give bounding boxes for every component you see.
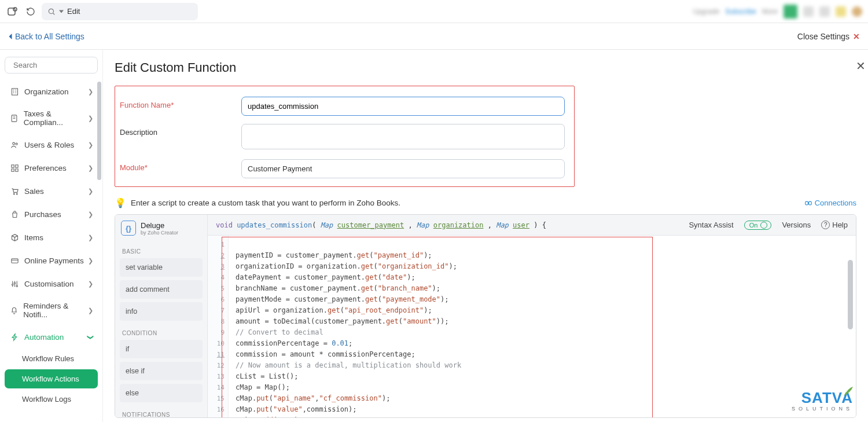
block-if[interactable]: if (120, 340, 203, 358)
connections-label: Connections (815, 199, 856, 207)
chevron-down-icon (59, 9, 64, 14)
chevron-right-icon: ❯ (88, 188, 93, 195)
search-icon (47, 8, 56, 16)
top-bar: Upgrade Subscribe More (0, 0, 868, 23)
code-editor: {} Deluge by Zoho Creator BASIC set vari… (115, 214, 856, 418)
sidebar-scrollbar-thumb[interactable] (97, 82, 101, 180)
help-label: Help (832, 221, 848, 229)
toggle-dot-icon (760, 222, 767, 229)
module-label: Module* (120, 159, 241, 172)
nav-label: Taxes & Complian... (24, 109, 88, 127)
deluge-header: {} Deluge by Zoho Creator (120, 221, 203, 236)
close-settings-link[interactable]: Close Settings ✕ (797, 32, 860, 41)
sidebar-item-preferences[interactable]: Preferences❯ (5, 157, 98, 179)
back-to-settings-link[interactable]: Back to All Settings (8, 32, 84, 41)
box-icon (9, 232, 20, 243)
chevron-right-icon: ❯ (88, 141, 93, 149)
nav-label: Reminders & Notifi... (23, 302, 88, 319)
sidebar-item-customisation[interactable]: Customisation❯ (5, 273, 98, 295)
topbar-icon[interactable] (852, 6, 862, 17)
nav-label: Online Payments (24, 256, 84, 265)
syntax-assist-toggle[interactable]: On (744, 221, 772, 230)
connections-link[interactable]: Connections (804, 199, 856, 207)
chevron-right-icon: ❯ (88, 280, 93, 288)
editor-controls: Syntax Assist On Versions ?Help (689, 221, 848, 230)
svg-point-16 (14, 282, 16, 284)
sliders-icon (9, 278, 20, 289)
topbar-text: More (762, 8, 778, 16)
code-gutter: 1234567891011121314151617 (208, 236, 229, 417)
editor-header: void updates_commission( Map customer_pa… (208, 215, 856, 236)
chevron-right-icon: ❯ (88, 164, 93, 172)
topbar-link[interactable]: Subscribe (725, 8, 756, 16)
sidebar-item-taxes[interactable]: Taxes & Complian...❯ (5, 104, 98, 133)
svg-point-2 (49, 9, 53, 13)
editor-palette: {} Deluge by Zoho Creator BASIC set vari… (115, 215, 208, 417)
sidebar-item-sales[interactable]: Sales❯ (5, 180, 98, 202)
function-signature: void updates_commission( Map customer_pa… (216, 221, 546, 229)
sidebar-sub-workflow-logs[interactable]: Workflow Logs (5, 390, 98, 409)
leaf-icon (843, 386, 854, 397)
sidebar-item-users[interactable]: Users & Roles❯ (5, 134, 98, 156)
topbar-icon[interactable] (819, 6, 830, 17)
grid-icon (9, 163, 20, 173)
nav-label: Preferences (24, 164, 67, 173)
block-add-comment[interactable]: add comment (120, 280, 203, 299)
sidebar-item-items[interactable]: Items❯ (5, 226, 98, 248)
sidebar-sub-workflow-rules[interactable]: Workflow Rules (5, 349, 98, 368)
sidebar-search[interactable] (5, 57, 98, 74)
function-name-input[interactable] (241, 97, 565, 116)
bulb-icon: 💡 (115, 197, 126, 208)
global-search[interactable] (42, 3, 198, 20)
nav-label: Users & Roles (24, 141, 74, 149)
help-link[interactable]: ?Help (821, 221, 848, 229)
editor-main: void updates_commission( Map customer_pa… (208, 215, 856, 417)
bell-icon (9, 305, 19, 315)
deluge-icon: {} (121, 221, 136, 236)
bolt-icon (9, 332, 20, 342)
svg-point-7 (16, 143, 17, 145)
reload-icon[interactable] (25, 6, 36, 17)
back-label: Back to All Settings (15, 32, 84, 41)
block-set-variable[interactable]: set variable (120, 258, 203, 277)
close-panel-icon[interactable]: ✕ (856, 59, 866, 73)
deluge-title: Deluge (141, 221, 178, 230)
global-search-input[interactable] (67, 7, 192, 16)
avatar[interactable] (784, 5, 797, 19)
module-select[interactable]: Customer Payment (241, 159, 565, 178)
chevron-down-icon: ❯ (87, 335, 94, 340)
sidebar-sub-workflow-actions[interactable]: Workflow Actions (5, 369, 98, 388)
sidebar-item-organization[interactable]: Organization❯ (5, 80, 98, 102)
chevron-left-icon (8, 34, 13, 39)
svg-point-17 (16, 285, 18, 287)
code-scrollbar-thumb[interactable] (848, 260, 853, 329)
block-else[interactable]: else (120, 384, 203, 402)
svg-point-15 (12, 284, 13, 285)
description-input[interactable] (241, 124, 565, 149)
script-hint-row: 💡 Enter a script to create a custom task… (115, 197, 856, 208)
sidebar-nav: Organization❯ Taxes & Complian...❯ Users… (5, 80, 98, 409)
building-icon (9, 86, 20, 97)
script-hint-text: Enter a script to create a custom task t… (131, 199, 400, 207)
toggle-label: On (749, 222, 758, 229)
svg-rect-9 (15, 164, 17, 167)
sidebar-item-purchases[interactable]: Purchases❯ (5, 203, 98, 225)
syntax-assist-label: Syntax Assist (689, 221, 733, 229)
code-area[interactable]: 1234567891011121314151617 paymentID = cu… (208, 236, 856, 417)
versions-link[interactable]: Versions (782, 221, 811, 229)
nav-label: Purchases (24, 210, 61, 219)
sidebar-item-online-payments[interactable]: Online Payments❯ (5, 249, 98, 271)
help-icon: ? (821, 221, 830, 229)
description-label: Description (120, 124, 241, 137)
sidebar-item-automation[interactable]: Automation❯ (5, 326, 98, 348)
nav-label: Automation (24, 333, 64, 342)
svg-rect-19 (808, 201, 811, 205)
block-info[interactable]: info (120, 302, 203, 321)
topbar-icon[interactable] (803, 6, 814, 17)
code-lines[interactable]: paymentID = customer_payment.get("paymen… (229, 236, 856, 417)
block-else-if[interactable]: else if (120, 362, 203, 380)
sidebar-search-input[interactable] (13, 61, 103, 69)
topbar-icon[interactable] (836, 6, 846, 17)
sidebar-item-reminders[interactable]: Reminders & Notifi...❯ (5, 296, 98, 325)
palette-section-notifications: NOTIFICATIONS (122, 412, 203, 418)
